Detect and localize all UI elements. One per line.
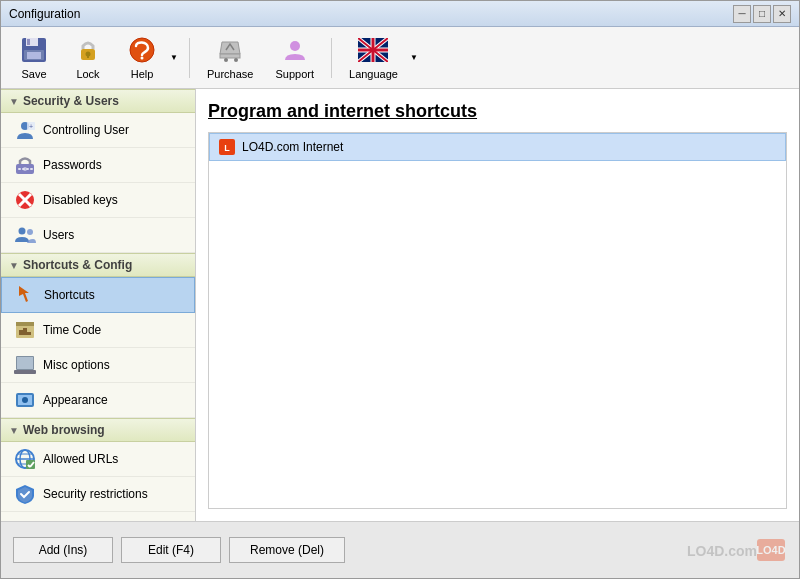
- security-users-label: Security & Users: [23, 94, 119, 108]
- svg-rect-44: [27, 332, 31, 335]
- sidebar-item-security-restrictions[interactable]: Security restrictions: [1, 477, 195, 512]
- lock-icon: [72, 36, 104, 65]
- passwords-icon: [13, 153, 37, 177]
- toolbar-separator-1: [189, 38, 190, 78]
- misc-options-label: Misc options: [43, 358, 110, 372]
- main-panel: Program and internet shortcuts L LO4D.co…: [196, 89, 799, 521]
- svg-point-10: [141, 57, 144, 60]
- help-icon: [126, 36, 158, 65]
- svg-point-13: [224, 58, 228, 62]
- edit-button[interactable]: Edit (F4): [121, 537, 221, 563]
- sidebar-section-shortcuts-config[interactable]: ▼ Shortcuts & Config: [1, 253, 195, 277]
- lock-button[interactable]: Lock: [63, 31, 113, 85]
- title-bar: Configuration ─ □ ✕: [1, 1, 799, 27]
- svg-rect-2: [27, 39, 30, 45]
- main-window: Configuration ─ □ ✕ Save: [0, 0, 800, 579]
- purchase-label: Purchase: [207, 68, 253, 80]
- save-label: Save: [21, 68, 46, 80]
- save-button[interactable]: Save: [9, 31, 59, 85]
- security-users-arrow: ▼: [9, 96, 19, 107]
- language-icon: [357, 36, 389, 65]
- sidebar-item-controlling-user[interactable]: + Controlling User: [1, 113, 195, 148]
- sidebar-item-time-code[interactable]: Time Code: [1, 313, 195, 348]
- support-button[interactable]: Support: [266, 31, 323, 85]
- users-label: Users: [43, 228, 74, 242]
- action-bar: Add (Ins) Edit (F4) Remove (Del) LO4D LO…: [1, 521, 799, 578]
- svg-rect-47: [14, 370, 36, 374]
- shortcuts-icon: [14, 283, 38, 307]
- svg-text:LO4D: LO4D: [756, 544, 785, 556]
- svg-rect-41: [16, 322, 34, 326]
- help-dropdown-arrow[interactable]: ▼: [167, 40, 181, 76]
- language-dropdown-arrow[interactable]: ▼: [407, 40, 421, 76]
- svg-point-50: [22, 397, 28, 403]
- shortcut-item-lo4d[interactable]: L LO4D.com Internet: [209, 133, 786, 161]
- svg-text:L: L: [224, 143, 230, 153]
- svg-rect-43: [23, 328, 27, 335]
- shortcuts-config-arrow: ▼: [9, 260, 19, 271]
- shortcuts-list[interactable]: L LO4D.com Internet: [208, 132, 787, 509]
- help-label: Help: [131, 68, 154, 80]
- misc-options-icon: [13, 353, 37, 377]
- language-label: Language: [349, 68, 398, 80]
- security-restrictions-label: Security restrictions: [43, 487, 148, 501]
- help-button[interactable]: Help: [117, 31, 167, 85]
- shortcuts-label: Shortcuts: [44, 288, 95, 302]
- svg-rect-30: [18, 168, 21, 170]
- svg-rect-7: [87, 54, 89, 58]
- purchase-button[interactable]: Purchase: [198, 31, 262, 85]
- time-code-icon: [13, 318, 37, 342]
- security-restrictions-icon: [13, 482, 37, 506]
- remove-button[interactable]: Remove (Del): [229, 537, 345, 563]
- window-title: Configuration: [9, 7, 80, 21]
- svg-point-37: [19, 228, 26, 235]
- sidebar-item-appearance[interactable]: Appearance: [1, 383, 195, 418]
- time-code-label: Time Code: [43, 323, 101, 337]
- sidebar: ▼ Security & Users + Controlling User: [1, 89, 196, 521]
- svg-rect-42: [19, 330, 23, 335]
- svg-marker-39: [19, 286, 29, 302]
- web-browsing-label: Web browsing: [23, 423, 105, 437]
- appearance-label: Appearance: [43, 393, 108, 407]
- sidebar-section-security-users[interactable]: ▼ Security & Users: [1, 89, 195, 113]
- disabled-keys-label: Disabled keys: [43, 193, 118, 207]
- help-button-group: Help ▼: [117, 31, 181, 85]
- svg-rect-31: [22, 168, 25, 170]
- sidebar-item-shortcuts[interactable]: Shortcuts: [1, 277, 195, 313]
- lo4d-icon: L: [218, 138, 236, 156]
- sidebar-item-passwords[interactable]: Passwords: [1, 148, 195, 183]
- language-button[interactable]: Language: [340, 31, 407, 85]
- disabled-keys-icon: [13, 188, 37, 212]
- svg-text:LO4D.com: LO4D.com: [687, 543, 757, 559]
- sidebar-item-disabled-keys[interactable]: Disabled keys: [1, 183, 195, 218]
- sidebar-section-web-browsing[interactable]: ▼ Web browsing: [1, 418, 195, 442]
- support-icon: [279, 36, 311, 65]
- main-title: Program and internet shortcuts: [208, 101, 787, 122]
- allowed-urls-icon: [13, 447, 37, 471]
- lock-label: Lock: [76, 68, 99, 80]
- svg-point-14: [234, 58, 238, 62]
- save-icon: [18, 36, 50, 65]
- add-button[interactable]: Add (Ins): [13, 537, 113, 563]
- svg-rect-4: [27, 52, 41, 59]
- maximize-button[interactable]: □: [753, 5, 771, 23]
- sidebar-item-allowed-urls[interactable]: Allowed URLs: [1, 442, 195, 477]
- svg-rect-33: [30, 168, 33, 170]
- users-icon: [13, 223, 37, 247]
- toolbar-separator-2: [331, 38, 332, 78]
- toolbar: Save Lock: [1, 27, 799, 89]
- close-button[interactable]: ✕: [773, 5, 791, 23]
- sidebar-item-misc-options[interactable]: Misc options: [1, 348, 195, 383]
- controlling-user-label: Controlling User: [43, 123, 129, 137]
- purchase-icon: [214, 36, 246, 65]
- minimize-button[interactable]: ─: [733, 5, 751, 23]
- appearance-icon: [13, 388, 37, 412]
- passwords-label: Passwords: [43, 158, 102, 172]
- svg-text:+: +: [29, 123, 33, 130]
- shortcuts-config-label: Shortcuts & Config: [23, 258, 132, 272]
- lo4d-label: LO4D.com Internet: [242, 140, 343, 154]
- svg-point-38: [27, 229, 33, 235]
- support-label: Support: [275, 68, 314, 80]
- title-bar-controls: ─ □ ✕: [733, 5, 791, 23]
- sidebar-item-users[interactable]: Users: [1, 218, 195, 253]
